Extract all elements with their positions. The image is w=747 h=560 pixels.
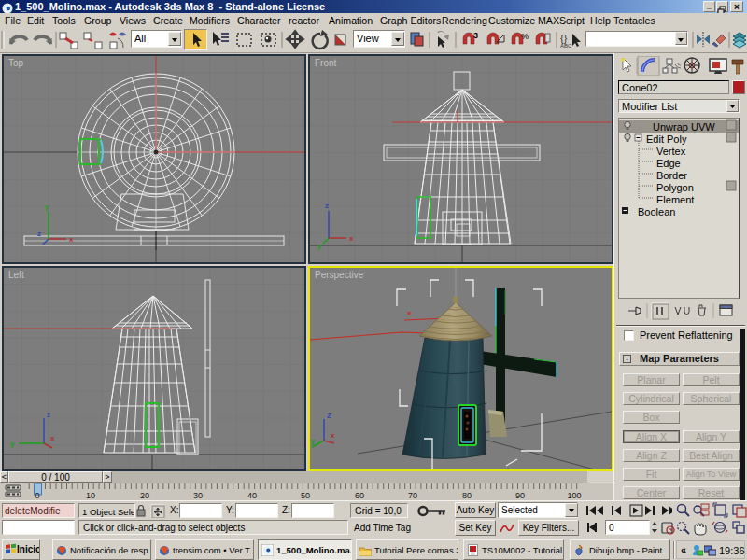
svg-text:Polygon: Polygon (656, 182, 694, 193)
svg-text:60: 60 (355, 491, 364, 500)
svg-text:y: y (311, 437, 316, 445)
svg-text:y: y (10, 440, 15, 448)
svg-text:x: x (50, 434, 55, 442)
svg-text:100: 100 (567, 491, 581, 500)
svg-text:%: % (521, 32, 529, 41)
svg-text:Z: Z (327, 412, 331, 420)
svg-text:x: x (349, 234, 354, 243)
svg-text:3: 3 (473, 31, 478, 40)
svg-text:x: x (331, 431, 335, 440)
svg-text:50: 50 (301, 491, 310, 500)
svg-text:80: 80 (462, 491, 472, 500)
svg-text:y: y (317, 242, 322, 250)
svg-text:40: 40 (247, 491, 257, 500)
svg-text:z: z (37, 230, 41, 238)
svg-text:0: 0 (35, 491, 39, 500)
svg-text:30: 30 (193, 491, 203, 500)
svg-text:y: y (45, 203, 49, 211)
svg-text:Boolean: Boolean (638, 206, 675, 217)
svg-text:Edit Poly: Edit Poly (646, 133, 687, 145)
svg-text:Unwrap UVW: Unwrap UVW (653, 121, 715, 133)
svg-text:20: 20 (140, 491, 149, 500)
svg-text:x: x (69, 235, 74, 244)
svg-text:ABC: ABC (560, 43, 572, 49)
svg-text:Element: Element (656, 194, 694, 205)
svg-text:10: 10 (86, 491, 95, 500)
svg-text:90: 90 (515, 491, 525, 500)
svg-text:Edge: Edge (656, 158, 681, 169)
svg-text:x: x (407, 309, 412, 317)
svg-text:z: z (325, 202, 329, 210)
svg-text:Border: Border (656, 170, 687, 181)
svg-text:z: z (47, 411, 50, 419)
svg-text:70: 70 (408, 491, 417, 500)
svg-text:Vertex: Vertex (656, 146, 686, 157)
